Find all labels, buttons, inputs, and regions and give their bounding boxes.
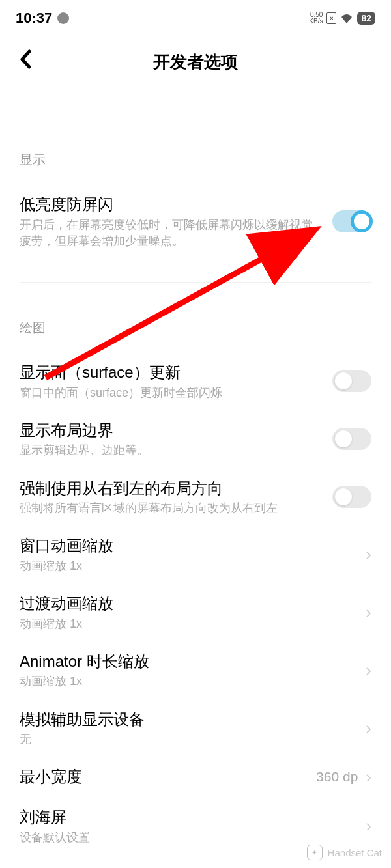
setting-title: 窗口动画缩放 <box>20 535 355 557</box>
setting-desc: 动画缩放 1x <box>20 673 355 690</box>
setting-text: 低亮度防屏闪 开启后，在屏幕亮度较低时，可降低屏幕闪烁以缓解视觉疲劳，但屏幕会增… <box>20 193 322 249</box>
setting-window-animation[interactable]: 窗口动画缩放 动画缩放 1x › <box>20 525 371 583</box>
setting-low-brightness-flicker[interactable]: 低亮度防屏闪 开启后，在屏幕亮度较低时，可降低屏幕闪烁以缓解视觉疲劳，但屏幕会增… <box>20 184 371 259</box>
setting-title: 显示布局边界 <box>20 419 322 441</box>
chevron-right-icon: › <box>366 544 371 565</box>
wifi-icon <box>340 13 353 23</box>
status-left: 10:37 <box>16 10 69 27</box>
back-button[interactable] <box>20 49 31 74</box>
watermark: ✦ Handset Cat <box>307 845 382 860</box>
setting-min-width[interactable]: 最小宽度 360 dp › <box>20 757 371 797</box>
toggle-layout-bounds[interactable] <box>332 428 371 450</box>
setting-rtl-layout[interactable]: 强制使用从右到左的布局方向 强制将所有语言区域的屏幕布局方向改为从右到左 <box>20 468 371 526</box>
section-header-display: 显示 <box>20 117 371 184</box>
toggle-surface-update[interactable] <box>332 370 371 392</box>
network-speed: 0.50 KB/s <box>309 12 323 25</box>
setting-text: 模拟辅助显示设备 无 <box>20 708 355 748</box>
setting-title: 过渡动画缩放 <box>20 593 355 615</box>
chevron-right-icon: › <box>366 660 371 680</box>
setting-desc: 显示剪辑边界、边距等。 <box>20 442 322 458</box>
setting-layout-bounds[interactable]: 显示布局边界 显示剪辑边界、边距等。 <box>20 410 371 468</box>
setting-title: 最小宽度 <box>20 766 306 788</box>
setting-title: 刘海屏 <box>20 806 355 828</box>
clock-icon <box>57 12 69 24</box>
setting-desc: 动画缩放 1x <box>20 558 355 574</box>
setting-desc: 动画缩放 1x <box>20 616 355 632</box>
status-time: 10:37 <box>16 10 52 27</box>
setting-desc: 设备默认设置 <box>20 830 355 846</box>
setting-title: 低亮度防屏闪 <box>20 193 322 216</box>
setting-text: 刘海屏 设备默认设置 <box>20 806 355 846</box>
setting-text: Animator 时长缩放 动画缩放 1x <box>20 651 355 690</box>
setting-text: 最小宽度 <box>20 766 306 788</box>
status-bar: 10:37 0.50 KB/s × 82 <box>0 0 391 34</box>
watermark-text: Handset Cat <box>328 847 382 858</box>
chevron-right-icon: › <box>366 767 371 787</box>
setting-simulate-display[interactable]: 模拟辅助显示设备 无 › <box>20 699 371 757</box>
setting-transition-animation[interactable]: 过渡动画缩放 动画缩放 1x › <box>20 583 371 641</box>
setting-text: 强制使用从右到左的布局方向 强制将所有语言区域的屏幕布局方向改为从右到左 <box>20 477 322 517</box>
setting-value-group: 360 dp › <box>316 767 371 787</box>
setting-desc: 无 <box>20 731 355 748</box>
setting-title: 显示面（surface）更新 <box>20 361 322 384</box>
chevron-right-icon: › <box>366 718 371 738</box>
setting-desc: 窗口中的面（surface）更新时全部闪烁 <box>20 385 322 401</box>
setting-text: 窗口动画缩放 动画缩放 1x <box>20 535 355 574</box>
section-header-drawing: 绘图 <box>20 283 371 352</box>
sim-icon: × <box>326 12 336 24</box>
toggle-low-brightness[interactable] <box>332 210 371 232</box>
status-right: 0.50 KB/s × 82 <box>309 12 375 25</box>
content: 显示 低亮度防屏闪 开启后，在屏幕亮度较低时，可降低屏幕闪烁以缓解视觉疲劳，但屏… <box>0 117 391 868</box>
toggle-rtl-layout[interactable] <box>332 486 371 508</box>
chevron-right-icon: › <box>366 816 371 836</box>
setting-animator-duration[interactable]: Animator 时长缩放 动画缩放 1x › <box>20 641 371 699</box>
divider <box>0 98 391 98</box>
setting-title: 模拟辅助显示设备 <box>20 708 355 731</box>
setting-desc: 强制将所有语言区域的屏幕布局方向改为从右到左 <box>20 500 322 516</box>
setting-surface-update[interactable]: 显示面（surface）更新 窗口中的面（surface）更新时全部闪烁 <box>20 352 371 410</box>
chevron-right-icon: › <box>366 602 371 623</box>
battery-indicator: 82 <box>357 12 375 25</box>
setting-text: 显示布局边界 显示剪辑边界、边距等。 <box>20 419 322 459</box>
setting-text: 过渡动画缩放 动画缩放 1x <box>20 593 355 632</box>
page-title: 开发者选项 <box>153 51 238 74</box>
setting-value: 360 dp <box>316 769 358 785</box>
setting-title: 强制使用从右到左的布局方向 <box>20 477 322 499</box>
watermark-icon: ✦ <box>307 845 323 860</box>
setting-title: Animator 时长缩放 <box>20 651 355 673</box>
header: 开发者选项 <box>0 34 391 98</box>
setting-desc: 开启后，在屏幕亮度较低时，可降低屏幕闪烁以缓解视觉疲劳，但屏幕会增加少量噪点。 <box>20 217 322 249</box>
setting-text: 显示面（surface）更新 窗口中的面（surface）更新时全部闪烁 <box>20 361 322 401</box>
